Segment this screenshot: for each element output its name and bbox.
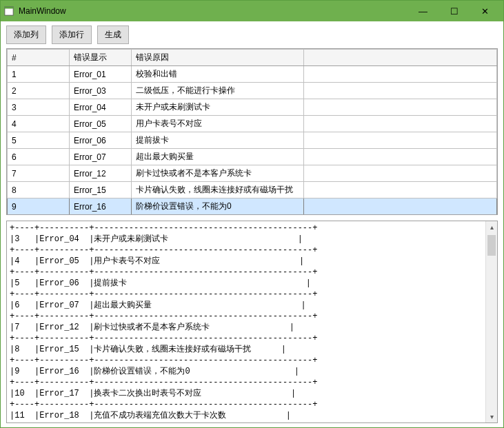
cell-msg[interactable]: 校验和出错 [132,66,304,83]
table-row[interactable]: 7Error_12刷卡过快或者不是本客户系统卡 [8,165,497,182]
table-row[interactable]: 3Error_04未开户或未刷测试卡 [8,99,497,116]
table-container[interactable]: # 错误显示 错误原因 1Error_01校验和出错2Error_03二级低压，… [6,48,498,215]
cell-code[interactable]: Error_12 [70,165,132,182]
table-row[interactable]: 4Error_05用户卡表号不对应 [8,116,497,132]
table-row[interactable]: 8Error_15卡片确认失败，线圈未连接好或有磁场干扰 [8,182,497,198]
add-column-button[interactable]: 添加列 [6,26,46,44]
cell-msg[interactable]: 换表卡二次换出时表号不对应 [132,215,304,216]
col-header-reason[interactable]: 错误原因 [132,50,304,66]
main-window: MainWindow — ☐ ✕ 添加列 添加行 生成 # [0,0,504,428]
cell-index[interactable]: 4 [8,116,70,132]
minimize-button[interactable]: — [407,1,439,21]
table-header-row: # 错误显示 错误原因 [8,50,497,66]
table-row[interactable]: 2Error_03二级低压，不能进行卡操作 [8,83,497,99]
generate-button[interactable]: 生成 [97,26,129,44]
error-table: # 错误显示 错误原因 1Error_01校验和出错2Error_03二级低压，… [7,49,497,215]
toolbar: 添加列 添加行 生成 [1,21,503,48]
cell-index[interactable]: 9 [8,198,70,215]
cell-index[interactable]: 10 [8,215,70,216]
cell-code[interactable]: Error_06 [70,132,132,149]
titlebar[interactable]: MainWindow — ☐ ✕ [1,1,503,21]
cell-index[interactable]: 6 [8,149,70,165]
cell-msg[interactable]: 卡片确认失败，线圈未连接好或有磁场干扰 [132,182,304,198]
minimize-icon: — [419,6,427,17]
maximize-icon: ☐ [450,6,458,17]
col-header-code[interactable]: 错误显示 [70,50,132,66]
app-icon [3,6,14,17]
cell-index[interactable]: 5 [8,132,70,149]
output-text[interactable]: +----+----------+-----------------------… [7,221,485,422]
scroll-down-arrow[interactable]: ▾ [486,411,497,422]
cell-code[interactable]: Error_16 [70,198,132,215]
close-icon: ✕ [481,6,489,17]
window-title: MainWindow [19,6,283,16]
table-row[interactable]: 10Error_17换表卡二次换出时表号不对应 [8,215,497,216]
scroll-up-arrow[interactable]: ▴ [486,221,497,233]
table-row[interactable]: 5Error_06提前拔卡 [8,132,497,149]
close-button[interactable]: ✕ [470,1,501,21]
cell-index[interactable]: 2 [8,83,70,99]
cell-extra[interactable] [304,198,497,215]
cell-msg[interactable]: 二级低压，不能进行卡操作 [132,83,304,99]
table-row[interactable]: 9Error_16阶梯价设置错误，不能为0 [8,198,497,215]
cell-code[interactable]: Error_17 [70,215,132,216]
cell-extra[interactable] [304,99,497,116]
cell-code[interactable]: Error_01 [70,66,132,83]
add-row-button[interactable]: 添加行 [52,26,92,44]
cell-msg[interactable]: 提前拔卡 [132,132,304,149]
table-row[interactable]: 1Error_01校验和出错 [8,66,497,83]
scroll-thumb[interactable] [487,235,496,256]
cell-msg[interactable]: 阶梯价设置错误，不能为0 [132,198,304,215]
cell-code[interactable]: Error_05 [70,116,132,132]
col-header-index[interactable]: # [8,50,70,66]
cell-extra[interactable] [304,83,497,99]
cell-extra[interactable] [304,165,497,182]
maximize-button[interactable]: ☐ [439,1,470,21]
svg-rect-1 [5,7,13,9]
cell-msg[interactable]: 刷卡过快或者不是本客户系统卡 [132,165,304,182]
cell-index[interactable]: 7 [8,165,70,182]
cell-extra[interactable] [304,116,497,132]
content-area: # 错误显示 错误原因 1Error_01校验和出错2Error_03二级低压，… [1,48,503,427]
output-scrollbar[interactable]: ▴ ▾ [485,221,497,422]
titlebar-buttons: — ☐ ✕ [283,1,501,21]
cell-code[interactable]: Error_04 [70,99,132,116]
cell-extra[interactable] [304,66,497,83]
cell-extra[interactable] [304,132,497,149]
cell-code[interactable]: Error_15 [70,182,132,198]
cell-code[interactable]: Error_03 [70,83,132,99]
cell-index[interactable]: 1 [8,66,70,83]
cell-extra[interactable] [304,182,497,198]
cell-msg[interactable]: 用户卡表号不对应 [132,116,304,132]
cell-index[interactable]: 8 [8,182,70,198]
table-row[interactable]: 6Error_07超出最大购买量 [8,149,497,165]
col-header-extra[interactable] [304,50,497,66]
cell-extra[interactable] [304,215,497,216]
output-container: +----+----------+-----------------------… [6,221,498,423]
cell-msg[interactable]: 超出最大购买量 [132,149,304,165]
cell-extra[interactable] [304,149,497,165]
cell-index[interactable]: 3 [8,99,70,116]
cell-msg[interactable]: 未开户或未刷测试卡 [132,99,304,116]
cell-code[interactable]: Error_07 [70,149,132,165]
